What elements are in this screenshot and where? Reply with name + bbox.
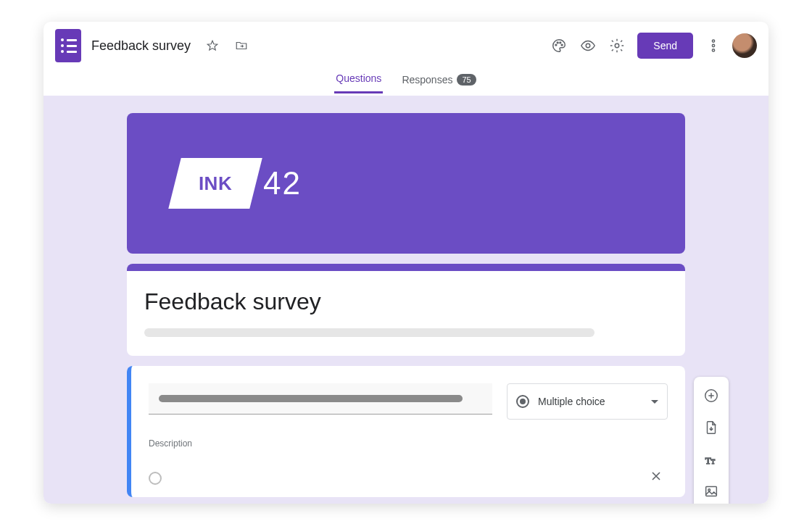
svg-text:T: T	[711, 459, 715, 465]
option-row	[149, 466, 668, 490]
banner-logo-box: INK	[168, 158, 262, 209]
question-type-label: Multiple choice	[538, 396, 642, 407]
send-button[interactable]: Send	[637, 33, 693, 59]
svg-point-6	[712, 40, 714, 42]
svg-point-4	[587, 43, 591, 48]
banner-logo-text: INK	[199, 172, 232, 195]
title-card[interactable]: Feedback survey	[127, 264, 685, 356]
document-title[interactable]: Feedback survey	[91, 38, 191, 54]
svg-point-2	[560, 42, 561, 43]
preview-eye-icon[interactable]	[573, 31, 602, 60]
svg-point-0	[555, 44, 557, 46]
app-window: Feedback survey Send Questions Responses	[44, 22, 768, 504]
import-questions-button[interactable]	[698, 415, 724, 441]
question-title-input[interactable]	[149, 383, 492, 415]
svg-point-3	[562, 44, 563, 46]
floating-toolbar: TT	[694, 377, 729, 504]
option-radio-icon[interactable]	[149, 472, 162, 485]
tab-bar: Questions Responses 75	[44, 64, 768, 96]
tab-responses[interactable]: Responses 75	[400, 67, 477, 93]
question-card[interactable]: Multiple choice Description	[127, 366, 685, 497]
remove-option-button[interactable]	[645, 466, 668, 490]
question-title-placeholder	[159, 395, 463, 402]
form-banner[interactable]: INK 42	[127, 113, 685, 254]
question-type-select[interactable]: Multiple choice	[507, 383, 668, 420]
svg-point-7	[712, 44, 714, 46]
form-title[interactable]: Feedback survey	[144, 288, 668, 315]
tab-questions-label: Questions	[336, 72, 381, 84]
svg-rect-12	[706, 487, 717, 496]
more-vert-icon[interactable]	[699, 31, 728, 60]
form-description-placeholder[interactable]	[144, 328, 594, 337]
tab-responses-label: Responses	[402, 74, 452, 86]
tab-questions[interactable]: Questions	[334, 65, 383, 93]
star-icon[interactable]	[198, 31, 227, 60]
banner-logo: INK 42	[175, 158, 302, 209]
svg-text:T: T	[705, 456, 711, 466]
theme-palette-icon[interactable]	[544, 31, 573, 60]
banner-logo-number: 42	[263, 165, 302, 201]
radio-icon	[516, 395, 529, 408]
add-question-button[interactable]	[698, 383, 724, 409]
svg-point-5	[616, 43, 620, 48]
account-avatar[interactable]	[732, 33, 757, 58]
add-image-button[interactable]	[698, 478, 724, 504]
responses-count-badge: 75	[457, 74, 476, 86]
form-canvas: INK 42 Feedback survey Multip	[44, 96, 768, 504]
forms-logo-icon[interactable]	[55, 29, 81, 62]
move-to-folder-icon[interactable]	[227, 31, 256, 60]
svg-point-8	[712, 49, 714, 51]
settings-gear-icon[interactable]	[602, 31, 631, 60]
add-title-button[interactable]: TT	[698, 446, 724, 472]
chevron-down-icon	[651, 400, 658, 404]
header-bar: Feedback survey Send	[44, 22, 768, 64]
question-description-label[interactable]: Description	[149, 438, 668, 449]
svg-point-1	[558, 42, 559, 43]
